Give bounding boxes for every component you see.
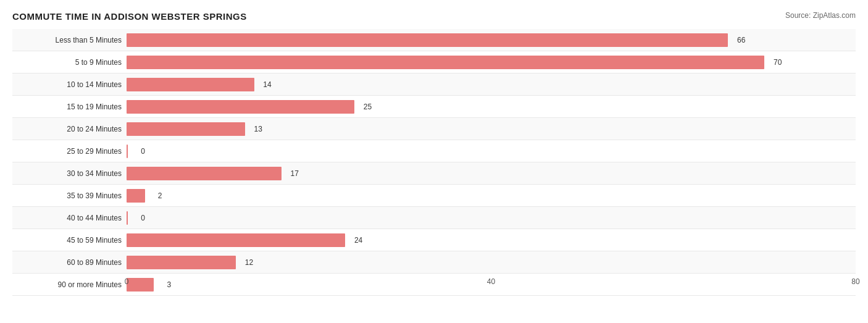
bar-label: 35 to 39 Minutes xyxy=(12,191,127,200)
bars-area: Less than 5 Minutes665 to 9 Minutes7010 … xyxy=(12,29,856,296)
bar-fill: 66 xyxy=(127,33,728,47)
bar-fill: 13 xyxy=(127,122,245,136)
bar-fill: 14 xyxy=(127,78,254,91)
bar-row: 5 to 9 Minutes70 xyxy=(12,51,856,73)
bar-fill: 17 xyxy=(127,167,282,180)
bar-track: 0 xyxy=(127,145,856,158)
bar-value-label: 25 xyxy=(364,103,372,111)
bar-row: 45 to 59 Minutes24 xyxy=(12,229,856,251)
x-axis: 04080 xyxy=(127,277,856,296)
bar-track: 14 xyxy=(127,78,856,91)
chart-body: Less than 5 Minutes665 to 9 Minutes7010 … xyxy=(12,29,856,279)
bar-label: 60 to 89 Minutes xyxy=(12,258,127,267)
bar-value-label: 13 xyxy=(254,125,262,133)
bar-label: 5 to 9 Minutes xyxy=(12,58,127,67)
bar-value-label: 12 xyxy=(245,258,253,267)
bar-row: 20 to 24 Minutes13 xyxy=(12,118,856,140)
x-tick: 0 xyxy=(125,277,129,286)
chart-title: COMMUTE TIME IN ADDISON WEBSTER SPRINGS xyxy=(12,11,247,22)
bar-value-label: 0 xyxy=(141,214,145,222)
bar-label: 40 to 44 Minutes xyxy=(12,214,127,222)
bar-row: 15 to 19 Minutes25 xyxy=(12,96,856,118)
bar-track: 70 xyxy=(127,56,856,69)
bar-fill: 25 xyxy=(127,100,354,114)
bar-track: 25 xyxy=(127,100,856,114)
bar-value-label: 70 xyxy=(774,58,782,67)
bar-label: 10 to 14 Minutes xyxy=(12,80,127,89)
bar-value-label: 24 xyxy=(354,236,362,245)
bar-row: 25 to 29 Minutes0 xyxy=(12,140,856,162)
bar-fill: 0 xyxy=(127,145,128,158)
x-tick: 80 xyxy=(851,277,859,286)
bar-label: 30 to 34 Minutes xyxy=(12,169,127,178)
bar-track: 24 xyxy=(127,233,856,247)
chart-container: COMMUTE TIME IN ADDISON WEBSTER SPRINGS … xyxy=(0,0,868,323)
bar-track: 2 xyxy=(127,189,856,203)
bar-fill: 12 xyxy=(127,256,236,269)
bar-row: 60 to 89 Minutes12 xyxy=(12,251,856,274)
bar-row: 40 to 44 Minutes0 xyxy=(12,207,856,229)
bar-row: 35 to 39 Minutes2 xyxy=(12,185,856,207)
bar-fill: 2 xyxy=(127,189,145,203)
bar-row: Less than 5 Minutes66 xyxy=(12,29,856,51)
bar-track: 13 xyxy=(127,122,856,136)
bar-value-label: 17 xyxy=(291,169,299,178)
bar-row: 30 to 34 Minutes17 xyxy=(12,162,856,185)
bar-label: 45 to 59 Minutes xyxy=(12,236,127,245)
bar-value-label: 14 xyxy=(263,80,271,89)
bar-fill: 24 xyxy=(127,233,345,247)
bar-value-label: 2 xyxy=(158,191,162,200)
bar-label: 15 to 19 Minutes xyxy=(12,103,127,111)
bar-value-label: 66 xyxy=(737,36,745,44)
bar-label: 25 to 29 Minutes xyxy=(12,147,127,156)
bar-fill: 0 xyxy=(127,211,128,225)
bar-track: 66 xyxy=(127,33,856,47)
bar-track: 0 xyxy=(127,211,856,225)
bar-label: 90 or more Minutes xyxy=(12,280,127,289)
bar-label: 20 to 24 Minutes xyxy=(12,125,127,133)
bar-track: 17 xyxy=(127,167,856,180)
chart-source: Source: ZipAtlas.com xyxy=(785,11,856,20)
x-tick: 40 xyxy=(487,277,495,286)
bar-label: Less than 5 Minutes xyxy=(12,36,127,44)
bar-track: 12 xyxy=(127,256,856,269)
chart-header: COMMUTE TIME IN ADDISON WEBSTER SPRINGS … xyxy=(12,11,856,22)
bar-fill: 70 xyxy=(127,56,764,69)
bar-row: 10 to 14 Minutes14 xyxy=(12,73,856,96)
bar-value-label: 0 xyxy=(141,147,145,156)
